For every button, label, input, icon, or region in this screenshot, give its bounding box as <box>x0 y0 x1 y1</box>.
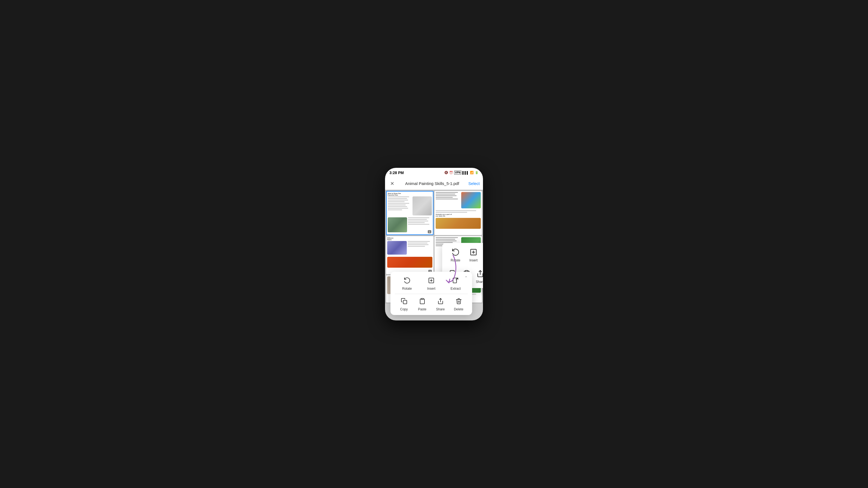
bottom-menu-row-2: Copy Paste <box>395 296 468 311</box>
rotate-label-bottom: Rotate <box>402 287 412 291</box>
collapse-icon-bottom[interactable]: ⌃ <box>464 275 468 280</box>
paste-icon-bottom <box>417 296 427 306</box>
insert-button-top[interactable]: Insert <box>467 247 480 262</box>
copy-icon-bottom <box>399 296 409 306</box>
copy-label-bottom: Copy <box>400 307 408 311</box>
share-icon <box>475 269 483 279</box>
status-icons: 🔇 ⏰ VPN ▌▌▌ 📶 🔋 <box>444 170 478 175</box>
svg-rect-14 <box>421 298 424 299</box>
page1-title: How to Draw OurFavorite Pets <box>388 193 432 196</box>
rotate-icon-bottom <box>402 275 412 285</box>
paste-button-bottom[interactable]: Paste <box>416 296 429 311</box>
annotation-arrow <box>434 250 461 285</box>
insert-icon <box>469 247 478 257</box>
delete-button-bottom[interactable]: Delete <box>452 296 465 311</box>
svg-rect-6 <box>466 270 468 272</box>
alarm-icon: ⏰ <box>449 171 453 174</box>
share-button-top[interactable]: Share <box>474 269 483 284</box>
page1-number: 1 <box>428 230 431 233</box>
status-time: 3:28 PM <box>390 170 404 175</box>
menu-separator <box>395 294 468 294</box>
rotate-button-bottom[interactable]: Rotate <box>401 275 413 291</box>
pdf-page-1[interactable]: How to Draw OurFavorite Pets <box>386 191 433 235</box>
header-bar: ✕ Animal Painting Skills_5-1.pdf Select <box>385 177 483 190</box>
document-title: Animal Painting Skills_5-1.pdf <box>398 181 466 186</box>
delete-label-bottom: Delete <box>454 307 463 311</box>
pdf-page-3[interactable]: DifferentStyles <box>386 236 433 274</box>
select-button[interactable]: Select <box>468 181 480 186</box>
status-bar: 3:28 PM 🔇 ⏰ VPN ▌▌▌ 📶 🔋 <box>385 168 483 177</box>
delete-icon-bottom <box>454 296 464 306</box>
close-icon: ✕ <box>390 181 394 187</box>
extract-label-bottom: Extract <box>451 287 461 291</box>
close-button[interactable]: ✕ <box>388 180 396 187</box>
signal-icon: ▌▌▌ <box>463 171 469 174</box>
copy-button-bottom[interactable]: Copy <box>398 296 411 311</box>
page3-title: DifferentStyles <box>387 237 432 240</box>
page2-text: Animals are a part ofour daily life <box>436 214 481 217</box>
share-label: Share <box>476 280 483 284</box>
svg-rect-13 <box>403 300 407 304</box>
share-button-bottom[interactable]: Share <box>434 296 447 311</box>
paste-label-bottom: Paste <box>418 307 426 311</box>
vpn-icon: VPN <box>454 170 462 175</box>
device-screen: 3:28 PM 🔇 ⏰ VPN ▌▌▌ 📶 🔋 ✕ Animal Paintin… <box>385 168 483 320</box>
sound-icon: 🔇 <box>444 171 448 174</box>
pdf-page-2[interactable]: Animals are a part ofour daily life <box>435 191 482 235</box>
share-label-bottom: Share <box>436 307 444 311</box>
battery-icon: 🔋 <box>475 171 478 174</box>
wifi-icon: 📶 <box>470 171 474 174</box>
share-icon-bottom <box>436 296 445 306</box>
insert-label: Insert <box>469 258 477 262</box>
insert-label-bottom: Insert <box>427 287 435 291</box>
